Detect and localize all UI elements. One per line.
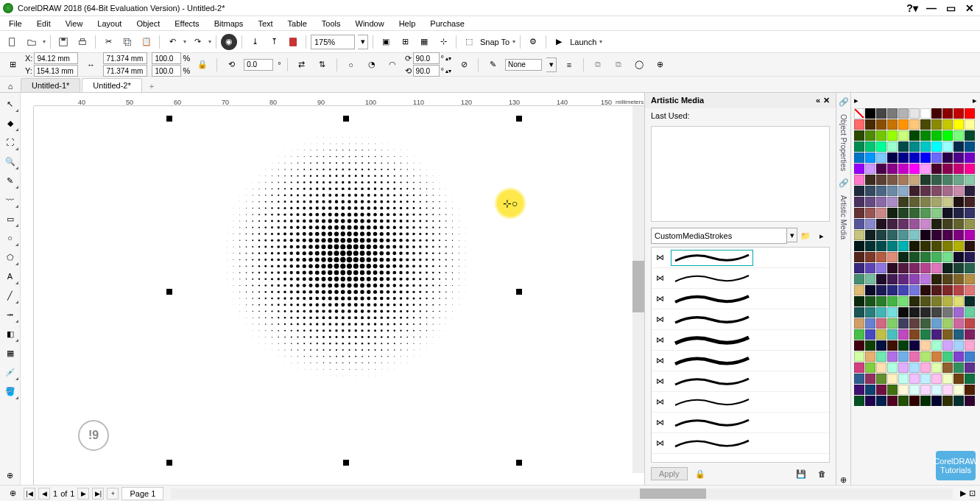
color-swatch[interactable] bbox=[909, 318, 920, 329]
color-swatch[interactable] bbox=[920, 208, 931, 218]
color-swatch[interactable] bbox=[942, 141, 953, 152]
menu-file[interactable]: File bbox=[1, 18, 29, 29]
color-swatch[interactable] bbox=[898, 197, 909, 207]
stroke-category-select[interactable] bbox=[651, 228, 787, 244]
color-swatch[interactable] bbox=[854, 130, 864, 141]
docker-tab-artistic[interactable]: Artistic Media bbox=[839, 192, 847, 242]
color-swatch[interactable] bbox=[965, 208, 975, 218]
paste-icon[interactable]: 📋 bbox=[138, 34, 155, 50]
color-swatch[interactable] bbox=[942, 296, 953, 306]
color-swatch[interactable] bbox=[953, 241, 964, 251]
angle1-input[interactable] bbox=[413, 52, 440, 64]
selection-handle[interactable] bbox=[343, 116, 349, 122]
color-swatch[interactable] bbox=[898, 119, 909, 130]
menu-tools[interactable]: Tools bbox=[314, 18, 348, 29]
color-swatch[interactable] bbox=[887, 241, 898, 251]
color-swatch[interactable] bbox=[942, 175, 953, 185]
color-swatch[interactable] bbox=[920, 374, 931, 384]
color-swatch[interactable] bbox=[898, 318, 909, 329]
color-swatch[interactable] bbox=[865, 252, 875, 262]
color-swatch[interactable] bbox=[898, 141, 909, 152]
color-swatch[interactable] bbox=[942, 208, 953, 218]
nav-corner-icon[interactable]: ⊡ bbox=[969, 488, 976, 498]
launch-icon[interactable]: ▶ bbox=[551, 34, 567, 50]
color-swatch[interactable] bbox=[887, 329, 898, 340]
color-swatch[interactable] bbox=[865, 329, 875, 340]
minimize-button[interactable]: — bbox=[924, 2, 939, 14]
color-swatch[interactable] bbox=[887, 396, 898, 406]
color-swatch[interactable] bbox=[876, 351, 886, 362]
color-swatch[interactable] bbox=[965, 385, 975, 395]
cut-icon[interactable]: ✂ bbox=[100, 34, 116, 50]
new-icon[interactable] bbox=[4, 34, 21, 50]
color-swatch[interactable] bbox=[942, 219, 953, 229]
color-swatch[interactable] bbox=[965, 307, 975, 318]
color-swatch[interactable] bbox=[965, 153, 975, 163]
color-swatch[interactable] bbox=[854, 329, 864, 340]
color-swatch[interactable] bbox=[931, 230, 942, 240]
selection-handle[interactable] bbox=[166, 460, 172, 466]
color-swatch[interactable] bbox=[876, 285, 886, 295]
color-swatch[interactable] bbox=[876, 385, 886, 395]
color-swatch[interactable] bbox=[876, 130, 886, 141]
color-swatch[interactable] bbox=[931, 219, 942, 229]
color-swatch[interactable] bbox=[887, 362, 898, 373]
color-swatch[interactable] bbox=[909, 340, 920, 351]
color-swatch[interactable] bbox=[965, 186, 975, 196]
color-swatch[interactable] bbox=[942, 374, 953, 384]
color-swatch[interactable] bbox=[931, 186, 942, 196]
color-swatch[interactable] bbox=[887, 130, 898, 141]
color-swatch[interactable] bbox=[898, 175, 909, 185]
color-swatch[interactable] bbox=[965, 164, 975, 174]
color-swatch[interactable] bbox=[965, 285, 975, 295]
page-tab[interactable]: Page 1 bbox=[121, 487, 163, 500]
add-page-button[interactable]: + bbox=[107, 488, 119, 500]
color-swatch[interactable] bbox=[942, 108, 953, 119]
y-input[interactable] bbox=[34, 65, 78, 77]
color-swatch[interactable] bbox=[876, 119, 886, 130]
color-swatch[interactable] bbox=[953, 252, 964, 262]
lock-icon[interactable]: 🔒 bbox=[692, 466, 708, 482]
ellipse-tool-icon[interactable]: ○ bbox=[1, 229, 19, 247]
eyedropper-tool-icon[interactable]: 💉 bbox=[1, 363, 19, 381]
color-swatch[interactable] bbox=[876, 374, 886, 384]
color-swatch[interactable] bbox=[953, 141, 964, 152]
color-swatch[interactable] bbox=[953, 374, 964, 384]
help-icon[interactable]: ?▾ bbox=[905, 2, 920, 14]
convert-curves-icon[interactable]: ◯ bbox=[631, 57, 647, 73]
text-tool-icon[interactable]: A bbox=[1, 267, 19, 285]
color-swatch[interactable] bbox=[876, 318, 886, 329]
color-swatch[interactable] bbox=[854, 340, 864, 351]
color-swatch[interactable] bbox=[865, 285, 875, 295]
color-swatch[interactable] bbox=[854, 296, 864, 306]
color-swatch[interactable] bbox=[854, 186, 864, 196]
color-swatch[interactable] bbox=[887, 374, 898, 384]
parallel-dim-tool-icon[interactable]: ╱ bbox=[1, 287, 19, 304]
color-swatch[interactable] bbox=[876, 186, 886, 196]
color-swatch[interactable] bbox=[920, 153, 931, 163]
color-swatch[interactable] bbox=[953, 263, 964, 273]
color-swatch[interactable] bbox=[942, 329, 953, 340]
docker-link-icon[interactable]: 🔗 bbox=[839, 178, 849, 188]
color-swatch[interactable] bbox=[887, 296, 898, 306]
category-dropdown[interactable]: ▾ bbox=[787, 228, 797, 242]
color-swatch[interactable] bbox=[865, 385, 875, 395]
color-swatch[interactable] bbox=[965, 197, 975, 207]
color-swatch[interactable] bbox=[898, 396, 909, 406]
color-swatch[interactable] bbox=[965, 252, 975, 262]
color-swatch[interactable] bbox=[854, 263, 864, 273]
menu-layout[interactable]: Layout bbox=[90, 18, 129, 29]
color-swatch[interactable] bbox=[953, 208, 964, 218]
color-swatch[interactable] bbox=[865, 296, 875, 306]
selection-handle[interactable] bbox=[516, 289, 522, 295]
vertical-scrollbar[interactable] bbox=[632, 106, 644, 473]
color-swatch[interactable] bbox=[920, 141, 931, 152]
color-swatch[interactable] bbox=[876, 263, 886, 273]
color-swatch[interactable] bbox=[931, 307, 942, 318]
color-swatch[interactable] bbox=[898, 329, 909, 340]
color-swatch[interactable] bbox=[909, 186, 920, 196]
arc-icon[interactable]: ◠ bbox=[384, 57, 401, 73]
stroke-item[interactable]: ⋈ bbox=[652, 268, 829, 289]
halftone-object[interactable] bbox=[218, 128, 476, 386]
drawing-area[interactable]: 40 50 60 70 80 90 100 110 120 130 140 15… bbox=[21, 93, 644, 485]
